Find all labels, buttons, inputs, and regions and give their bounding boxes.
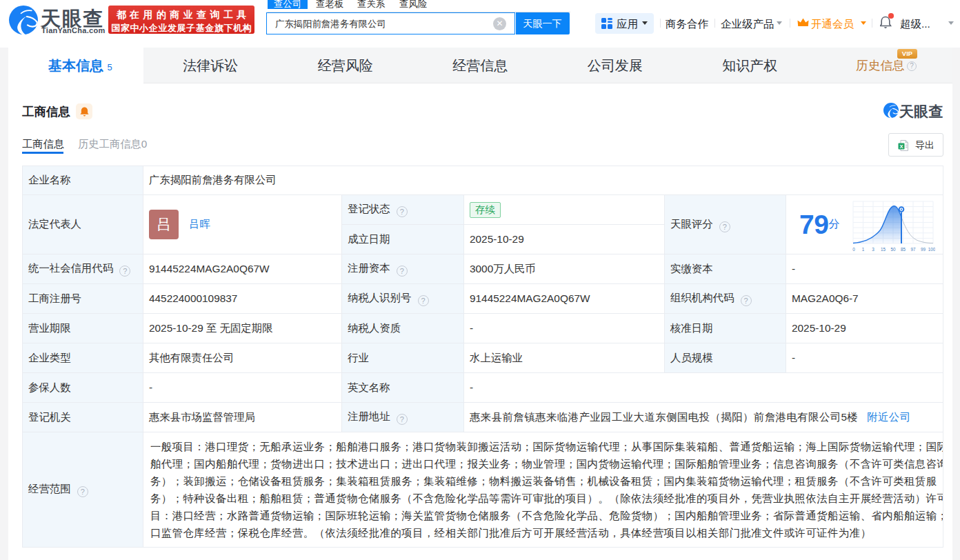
svg-text:50: 50 [891,247,897,252]
svg-text:X: X [899,143,903,150]
svg-text:97: 97 [911,247,917,252]
svg-text:85: 85 [901,247,906,252]
svg-text:100: 100 [928,247,935,252]
svg-text:15: 15 [881,247,886,252]
svg-text:3: 3 [872,247,875,252]
svg-text:1: 1 [862,247,865,252]
svg-text:0: 0 [853,247,856,252]
svg-text:99: 99 [921,247,926,252]
